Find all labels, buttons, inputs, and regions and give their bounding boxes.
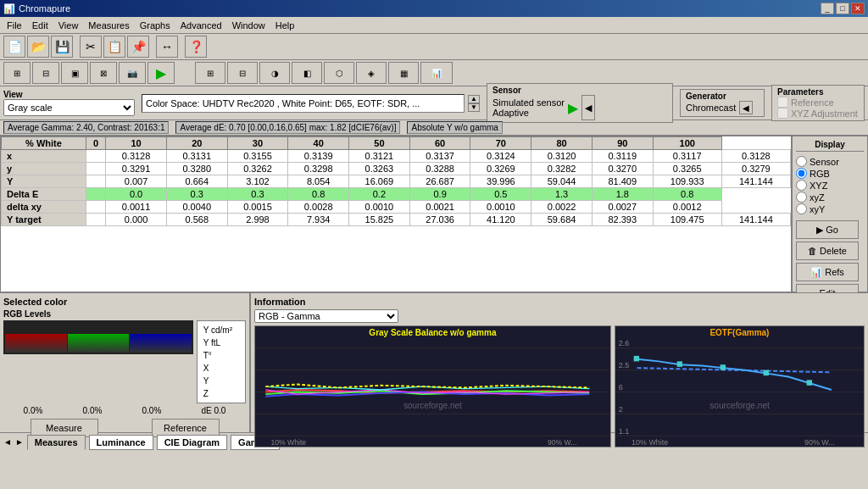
cell-0-0 [86, 150, 105, 163]
cell-2-6: 26.687 [409, 175, 470, 188]
view-select[interactable]: Gray scale [3, 99, 135, 116]
cell-5-0 [86, 214, 105, 226]
cell-4-5: 0.0010 [349, 201, 410, 214]
tab-measures[interactable]: Measures [27, 435, 86, 450]
cell-0-6: 0.3137 [409, 150, 470, 163]
open-button[interactable]: 📂 [27, 36, 49, 58]
information-title: Information [254, 297, 865, 307]
color-space-text: Color Space: UHDTV Rec2020 , White Point… [142, 94, 465, 113]
cell-2-11: 141.144 [721, 175, 790, 188]
refs-button[interactable]: 📊 Refs [796, 263, 859, 281]
cell-5-3: 2.998 [227, 214, 288, 226]
play-button[interactable]: ▶ [147, 62, 175, 84]
cut-button[interactable]: ✂ [80, 36, 102, 58]
view-label: View [3, 90, 135, 99]
info-select[interactable]: RGB - Gamma [254, 309, 398, 323]
svg-text:1.1: 1.1 [619, 427, 629, 436]
tb2-btn10[interactable]: ◧ [292, 62, 322, 84]
menu-file[interactable]: File [2, 19, 27, 32]
cell-1-2: 0.3280 [166, 163, 227, 175]
menu-edit[interactable]: Edit [27, 19, 53, 32]
menu-view[interactable]: View [53, 19, 84, 32]
menu-advanced[interactable]: Advanced [175, 19, 227, 32]
radio-xyy[interactable]: xyY [796, 203, 864, 214]
menu-help[interactable]: Help [270, 19, 300, 32]
cell-4-10: 0.0012 [653, 201, 721, 214]
table-row: x0.31280.31310.31550.31390.31210.31370.3… [2, 150, 791, 163]
tb2-btn11[interactable]: ⬡ [324, 62, 354, 84]
generator-arrow-button[interactable]: ◀ [739, 101, 753, 114]
paste-button[interactable]: 📌 [127, 36, 149, 58]
data-section: % White 0 10 20 30 40 50 60 70 80 90 100… [0, 136, 868, 292]
delete-button[interactable]: 🗑 Delete [796, 242, 859, 260]
col-header-11: 100 [653, 137, 721, 150]
tb2-btn14[interactable]: 📊 [420, 62, 453, 84]
col-header-10: 90 [592, 137, 653, 150]
save-button[interactable]: 💾 [51, 36, 73, 58]
tb2-btn1[interactable]: ⊞ [3, 62, 31, 84]
cell-2-9: 81.409 [592, 175, 653, 188]
help-button[interactable]: ❓ [185, 36, 207, 58]
svg-text:10% White: 10% White [632, 438, 668, 447]
cell-5-9: 82.393 [592, 214, 653, 226]
cell-3-1: 0.0 [106, 188, 167, 201]
cell-3-3: 0.3 [227, 188, 288, 201]
chart2-title: EOTF(Gamma) [709, 328, 769, 337]
display-panel: Display Sensor RGB XYZ xyZ xyY ▶ Go [792, 136, 868, 292]
cell-2-4: 8.054 [288, 175, 349, 188]
radio-xyz2[interactable]: xyZ [796, 192, 864, 203]
cell-2-3: 3.102 [227, 175, 288, 188]
xyz-checkbox[interactable] [777, 108, 788, 119]
svg-text:2.5: 2.5 [619, 361, 629, 370]
tab-cie-diagram[interactable]: CIE Diagram [157, 435, 227, 450]
minimize-button[interactable]: _ [821, 3, 834, 14]
cell-0-5: 0.3121 [349, 150, 410, 163]
cell-3-0 [86, 188, 105, 201]
tb2-btn9[interactable]: ◑ [259, 62, 290, 84]
cell-1-8: 0.3282 [531, 163, 593, 175]
tb2-btn13[interactable]: ▦ [388, 62, 419, 84]
transfer-button[interactable]: ↔ [156, 36, 178, 58]
avgde-info: Average dE: 0.70 [0.00,0.16,0.65] max: 1… [175, 121, 400, 134]
cs-up-arrow[interactable]: ▲ [468, 95, 480, 103]
chart-area: Gray Scale Balance w/o gamma [254, 325, 865, 447]
menu-window[interactable]: Window [227, 19, 270, 32]
cell-2-7: 39.996 [470, 175, 531, 188]
radio-sensor[interactable]: Sensor [796, 156, 864, 167]
selected-color-title: Selected color [3, 297, 246, 307]
col-header-2: 10 [106, 137, 167, 150]
col-header-9: 80 [531, 137, 593, 150]
close-button[interactable]: ✕ [851, 3, 865, 14]
reference-checkbox[interactable] [777, 97, 788, 108]
sensor-play-icon[interactable]: ▶ [568, 100, 578, 116]
tab-luminance[interactable]: Luminance [89, 435, 153, 450]
table-row: Y0.0070.6643.1028.05416.06926.68739.9965… [2, 175, 791, 188]
radio-rgb[interactable]: RGB [796, 168, 864, 179]
cs-down-arrow[interactable]: ▼ [468, 103, 480, 112]
tb2-btn7[interactable]: ⊞ [195, 62, 225, 84]
tb2-btn5[interactable]: 📷 [119, 62, 146, 84]
table-wrapper[interactable]: % White 0 10 20 30 40 50 60 70 80 90 100… [0, 136, 792, 292]
tb2-btn12[interactable]: ◈ [356, 62, 387, 84]
prev-tab-arrow[interactable]: ◄ [3, 437, 12, 447]
new-button[interactable]: 📄 [3, 36, 25, 58]
tb2-btn8[interactable]: ⊟ [227, 62, 258, 84]
tb2-btn3[interactable]: ▣ [61, 62, 88, 84]
next-tab-arrow[interactable]: ► [15, 437, 24, 447]
cell-3-4: 0.8 [288, 188, 349, 201]
copy-button[interactable]: 📋 [103, 36, 125, 58]
cell-1-10: 0.3265 [653, 163, 721, 175]
maximize-button[interactable]: □ [836, 3, 849, 14]
menu-graphs[interactable]: Graphs [135, 19, 175, 32]
sensor-arrow-button[interactable]: ◀ [581, 95, 595, 120]
menu-measures[interactable]: Measures [83, 19, 134, 32]
svg-text:90% W...: 90% W... [548, 437, 576, 446]
cell-0-8: 0.3120 [531, 150, 593, 163]
cell-4-1: 0.0011 [106, 201, 167, 214]
edit-button[interactable]: Edit [796, 284, 859, 292]
view-bar: View Gray scale Color Space: UHDTV Rec20… [0, 86, 868, 120]
go-button[interactable]: ▶ Go [796, 220, 859, 239]
tb2-btn4[interactable]: ⊠ [90, 62, 117, 84]
radio-xyz[interactable]: XYZ [796, 180, 864, 191]
tb2-btn2[interactable]: ⊟ [32, 62, 59, 84]
